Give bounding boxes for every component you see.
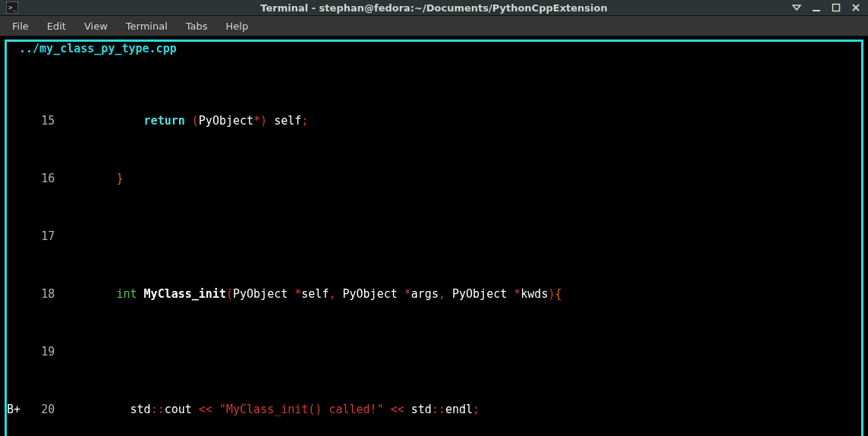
menu-file[interactable]: File — [3, 16, 38, 36]
source-row: 15 return (PyObject*) self; — [7, 114, 861, 128]
source-filename: ../my_class_py_type.cpp — [17, 42, 178, 56]
svg-rect-3 — [833, 5, 840, 11]
maximize-button[interactable] — [830, 2, 842, 14]
menu-edit[interactable]: Edit — [38, 16, 75, 36]
gutter-linenum: 15 — [27, 114, 61, 128]
source-row: 18 int MyClass_init(PyObject *self, PyOb… — [7, 287, 861, 302]
menu-tabs[interactable]: Tabs — [177, 16, 217, 36]
source-row: 19 — [7, 345, 861, 359]
window-title: Terminal - stephan@fedora:~/Documents/Py… — [0, 1, 868, 15]
shade-button[interactable] — [791, 2, 803, 14]
window-titlebar: >_ Terminal - stephan@fedora:~/Documents… — [0, 0, 868, 16]
menu-view[interactable]: View — [75, 16, 117, 36]
source-pane: ../my_class_py_type.cpp 15 return (PyObj… — [5, 39, 863, 436]
close-button[interactable] — [850, 2, 862, 14]
terminal-area[interactable]: ../my_class_py_type.cpp 15 return (PyObj… — [0, 36, 868, 436]
svg-text:>_: >_ — [8, 4, 17, 11]
code-line: return (PyObject*) self; — [61, 114, 861, 128]
gutter-bp: B+ — [7, 403, 27, 417]
terminal-app-icon: >_ — [5, 0, 20, 15]
menu-terminal[interactable]: Terminal — [117, 16, 177, 36]
source-row: 17 — [7, 229, 861, 244]
source-row: B+ 20 std::cout << "MyClass_init() calle… — [7, 403, 861, 417]
window-controls — [791, 2, 868, 14]
menu-help[interactable]: Help — [217, 16, 258, 36]
source-row: 16 } — [7, 172, 861, 186]
minimize-button[interactable] — [810, 2, 822, 14]
menubar: File Edit View Terminal Tabs Help — [0, 16, 868, 36]
gutter-bp — [7, 114, 27, 128]
source-body: 15 return (PyObject*) self; 16 } 17 18 — [7, 56, 861, 436]
